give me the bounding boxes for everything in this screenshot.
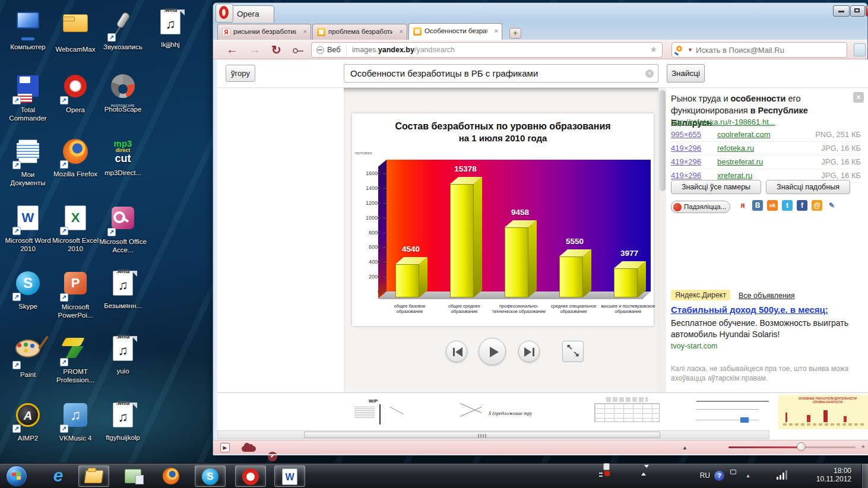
desktop-icon-microsoft-excel-2010[interactable]: X↗Microsoft Excel 2010 [51,204,100,253]
desktop-icon-microsoft-powerpoint[interactable]: P↗Microsoft PowerPoi... [51,270,100,319]
vertical-scrollbar-thumb[interactable] [659,90,666,191]
opera-menu-button[interactable]: Opera [218,5,274,23]
forward-button[interactable]: → [249,43,261,56]
chart-image[interactable]: Состав безработных по уровню образования… [352,113,654,326]
zoom-fit-icon[interactable]: ▲ [682,445,688,451]
filmstrip-scrollbar[interactable] [217,430,769,439]
desktop-icon-wma-file-yuio[interactable]: ♫.wmayuio [99,335,147,375]
tab-close-icon[interactable]: × [495,27,498,34]
clock[interactable]: 18:00 10.11.2012 [816,467,851,483]
desktop-icon-wma-file-ftgyhuijkolp[interactable]: ♫.wmaftgyhuijkolp [99,401,147,442]
language-indicator[interactable]: RU [700,471,710,480]
tab-close-icon[interactable]: × [303,28,307,35]
filmstrip-scrollbar-thumb[interactable] [304,432,660,438]
opera-unite-icon[interactable] [242,446,256,452]
desktop-icon-wma-file-untitled[interactable]: ♫.wmaБезымянн... [99,270,147,310]
desktop-icon-computer[interactable]: Компьютер [4,8,52,51]
tab-close-icon[interactable]: × [400,28,403,35]
taskbar-photo-viewer[interactable] [118,465,148,487]
moymir-icon[interactable]: @ [812,200,822,211]
show-desktop-button[interactable] [861,464,868,488]
window-tray-icon[interactable] [730,470,736,474]
domain-link[interactable]: bestreferat.ru [717,157,763,166]
taskbar-word[interactable]: W [274,465,305,487]
back-button[interactable]: ← [226,43,238,56]
help-icon[interactable]: ? [714,471,724,481]
maximize-button[interactable] [850,5,865,17]
size-link[interactable]: 995×655 [671,130,701,139]
desktop-icon-promt-professional[interactable]: ↗PROMT Profession... [51,335,100,384]
twitter-icon[interactable]: t [782,200,793,211]
thumbnail-table[interactable] [588,395,666,429]
desktop-icon-microsoft-office-access[interactable]: ↗Microsoft Office Acce... [99,204,147,254]
zoom-slider-handle[interactable] [797,442,806,451]
taskbar-windows-explorer[interactable] [78,465,109,487]
taskbar-firefox[interactable] [156,465,186,487]
query-input[interactable] [349,66,634,80]
desktop-icon-mozilla-firefox[interactable]: ↗Mozilla Firefox [51,138,100,178]
share-button[interactable]: Падзяліцца... [671,201,730,213]
desktop-icon-my-documents[interactable]: ↗Мои Документы [4,138,52,187]
taskbar-skype[interactable]: S [195,465,226,487]
vk-icon[interactable]: В [752,200,763,211]
tab-3[interactable]: Особенности безрабо...× [408,23,502,40]
tab-2[interactable]: проблема безработиц...× [312,24,407,40]
network-signal-icon[interactable] [777,470,788,480]
thumbnail-supply-curve[interactable]: S (предложение тру [448,395,588,429]
odnoklassniki-icon[interactable]: ok [767,200,778,211]
yaru-person-icon[interactable]: я [737,200,748,211]
desktop-icon-opera[interactable]: ↗Opera [51,72,100,114]
sidebar-toggle-button[interactable]: ▶ [220,443,230,452]
address-bar[interactable]: Веб images.yandex.by/yandsearch ★ [311,42,663,58]
all-ads-link[interactable]: Все объявления [739,291,795,300]
desktop-icon-aimp2[interactable]: A↗AIMP2 [4,401,52,442]
find-all-sizes-button[interactable]: Знайсці ўсе памеры [671,180,761,194]
desktop-icon-wma-file-lkjjjhhj[interactable]: ♫.wmalkjjjhhj [146,8,195,49]
panel-close-icon[interactable]: × [853,92,864,103]
taskbar-opera[interactable] [235,465,266,487]
page-vertical-scrollbar[interactable] [658,88,666,392]
facebook-icon[interactable]: f [797,200,807,211]
size-link[interactable]: 419×296 [671,171,701,180]
clear-query-icon[interactable]: × [645,69,654,78]
desktop-icon-paint[interactable]: ↗Paint [4,335,52,379]
new-tab-button[interactable]: + [509,28,521,39]
desktop-icon-photoscape[interactable]: PHOTOSCAPEPhotoScape [99,72,147,113]
desktop-icon-total-commander[interactable]: ↗Total Commander [4,72,52,122]
opera-turbo-icon[interactable] [268,452,277,461]
up-button[interactable]: ўгору [226,65,255,82]
desktop-icon-skype[interactable]: S↗Skype [4,270,52,310]
thumbnail-yellow-chart[interactable]: ОСНОВНЫЕ ПОКАЗАТЕЛИ ДЕЯТЕЛЬНОСТИ СЛУЖБЫ … [778,395,868,429]
tab-1[interactable]: Ярисынки безработиц...× [217,24,311,40]
find-button[interactable]: Знайсці [667,64,705,83]
panel-toggle-icon[interactable] [854,43,866,56]
find-similar-button[interactable]: Знайсці падобныя [766,180,850,194]
reload-button[interactable]: ↻ [271,43,281,57]
zoom-in-icon[interactable]: + [861,443,865,450]
domain-link[interactable]: xreferat.ru [717,171,752,180]
thumbnail-wp-diagram[interactable]: W/P [345,395,448,429]
desktop-icon-mp3directcut[interactable]: mp3directcutmp3Direct... [99,138,147,177]
mailru-search-input[interactable] [695,44,837,56]
thumbnail-lines-doc[interactable] [688,395,778,429]
pencil-icon[interactable]: ✎ [826,200,837,211]
bookmark-star-icon[interactable]: ★ [650,45,657,54]
play-slideshow-button[interactable] [479,338,506,365]
ad-url[interactable]: tvoy-start.com [671,342,718,350]
close-button[interactable] [866,5,868,17]
minimize-button[interactable] [833,5,850,17]
desktop-icon-sound-recorder[interactable]: ↗Звукозапись [99,8,147,51]
size-link[interactable]: 419×296 [671,144,701,153]
desktop-icon-webcammax-folder[interactable]: WebcamMax [51,8,100,53]
mailru-search-field[interactable]: ▼ [671,42,847,58]
desktop-icon-microsoft-word-2010[interactable]: W↗Microsoft Word 2010 [4,204,52,253]
query-field[interactable]: × [344,64,658,83]
domain-link[interactable]: refoteka.ru [717,144,754,153]
desktop-icon-vkmusic-4[interactable]: ♫↗VKMusic 4 [51,401,100,442]
fullscreen-button[interactable]: ↖↘ [562,341,584,362]
search-engine-dropdown-icon[interactable]: ▼ [688,47,693,53]
ad-title-link[interactable]: Стабильный доход 500у.е. в месяц: [671,305,828,315]
previous-image-button[interactable] [446,341,467,362]
result-url-link[interactable]: http://refoteka.ru/r-198661.ht... [671,118,775,126]
domain-link[interactable]: coolreferat.com [717,130,771,139]
